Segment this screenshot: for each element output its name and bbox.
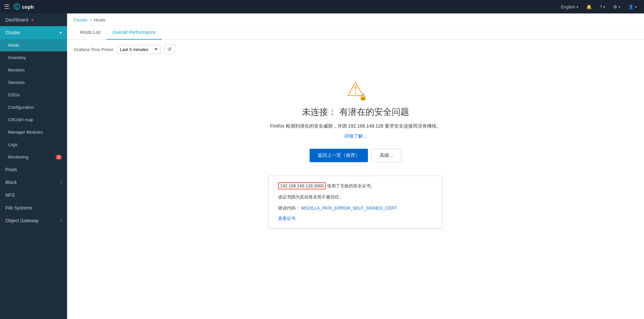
cluster-label: Cluster	[5, 30, 20, 35]
nfs-label: NFS	[5, 192, 15, 198]
nav-left: ☰ Ⓒ ceph	[4, 2, 34, 11]
pools-label: Pools	[5, 167, 17, 172]
block-chevron-icon: ›	[60, 180, 62, 185]
breadcrumb-cluster[interactable]: Cluster	[74, 17, 88, 22]
tab-hosts-list[interactable]: Hosts List	[74, 26, 106, 40]
notifications-button[interactable]: 🔔	[583, 3, 595, 11]
grafana-toolbar: Grafana Time Picker Last 5 minutes Last …	[67, 40, 644, 59]
time-picker-select[interactable]: Last 5 minutes Last 15 minutes Last 30 m…	[117, 45, 161, 54]
cluster-chevron-icon: ▾	[60, 30, 62, 35]
sidebar-item-object-gateway[interactable]: Object Gateway ›	[0, 214, 67, 227]
help-caret: ▾	[603, 5, 605, 9]
hosts-label: Hosts	[8, 43, 19, 48]
sidebar-item-manager-modules[interactable]: Manager Modules	[0, 126, 67, 138]
refresh-button[interactable]: ↺	[164, 44, 175, 54]
settings-button[interactable]: ⚙ ▾	[610, 3, 624, 11]
language-label: English	[561, 4, 575, 9]
sidebar-item-crush-map[interactable]: CRUSH map	[0, 113, 67, 126]
detail-box: 192.168.149.128:3000 使用了无效的安全证书。 该证书因为其自…	[268, 176, 443, 229]
detail-line-3: 错误代码： MOZILLA_PKIX_ERROR_SELF_SIGNED_CER…	[278, 205, 433, 212]
heart-icon: ♥	[31, 17, 34, 22]
error-description: Firefox 检测到潜在的安全威胁，并因 192.168.149.128 要求…	[270, 123, 441, 129]
main-layout: Dashboard ♥ Cluster ▾ Hosts Inventory Mo…	[0, 13, 644, 319]
logs-label: Logs	[8, 142, 17, 147]
ceph-logo-icon: Ⓒ	[13, 2, 20, 11]
detail-line-2: 该证书因为其自签名而不被信任。	[278, 194, 433, 201]
error-code-label: 错误代码：	[278, 206, 300, 211]
error-icon-area: ⚠ 🔒	[346, 79, 365, 99]
view-certificate-link[interactable]: 查看证书	[278, 216, 296, 221]
monitors-label: Monitors	[8, 67, 25, 73]
sidebar-item-file-systems[interactable]: File Systems	[0, 201, 67, 214]
manager-modules-label: Manager Modules	[8, 130, 43, 135]
block-label: Block	[5, 180, 17, 185]
user-button[interactable]: 👤 ▾	[625, 3, 640, 11]
sidebar-item-inventory[interactable]: Inventory	[0, 51, 67, 64]
tab-overall-performance[interactable]: Overall Performance	[106, 26, 161, 40]
sidebar-item-services[interactable]: Services	[0, 76, 67, 89]
services-label: Services	[8, 80, 25, 85]
configuration-label: Configuration	[8, 105, 34, 110]
sidebar-item-configuration[interactable]: Configuration	[0, 101, 67, 113]
detail-line-1: 192.168.149.128:3000 使用了无效的安全证书。	[278, 183, 433, 190]
error-buttons: 返回上一页（推荐） 高级...	[310, 149, 401, 162]
sidebar-item-nfs[interactable]: NFS	[0, 189, 67, 201]
settings-caret: ▾	[619, 5, 620, 9]
sidebar-item-cluster[interactable]: Cluster ▾	[0, 26, 67, 39]
object-gateway-label: Object Gateway	[5, 218, 39, 223]
sidebar-item-dashboard[interactable]: Dashboard ♥	[0, 13, 67, 26]
gear-icon: ⚙	[613, 4, 617, 9]
bell-icon: 🔔	[586, 4, 592, 9]
breadcrumb: Cluster » Hosts	[67, 13, 644, 26]
monitoring-label: Monitoring	[8, 154, 29, 160]
help-button[interactable]: ? ▾	[596, 3, 608, 11]
advanced-button[interactable]: 高级...	[371, 149, 401, 162]
file-systems-label: File Systems	[5, 205, 32, 211]
error-title: 未连接： 有潜在的安全问题	[302, 106, 409, 118]
tabs-bar: Hosts List Overall Performance	[67, 26, 644, 40]
sidebar-item-hosts[interactable]: Hosts	[0, 39, 67, 51]
detail-ip: 192.168.149.128:3000	[278, 182, 326, 189]
breadcrumb-hosts: Hosts	[94, 17, 105, 22]
sidebar-item-logs[interactable]: Logs	[0, 138, 67, 151]
osds-label: OSDs	[8, 92, 20, 97]
grafana-time-picker-label: Grafana Time Picker	[74, 47, 114, 52]
detail-text1: 使用了无效的安全证书。	[327, 183, 375, 188]
object-gateway-chevron-icon: ›	[60, 218, 62, 223]
user-icon: 👤	[628, 4, 634, 9]
lock-icon: 🔒	[359, 93, 367, 101]
crush-map-label: CRUSH map	[8, 117, 33, 122]
nav-right: English ▾ 🔔 ? ▾ ⚙ ▾ 👤 ▾	[557, 3, 640, 11]
inventory-label: Inventory	[8, 55, 26, 60]
sidebar-item-osds[interactable]: OSDs	[0, 89, 67, 101]
user-caret: ▾	[635, 5, 637, 9]
back-recommended-button[interactable]: 返回上一页（推荐）	[310, 149, 368, 162]
content-area: Cluster » Hosts Hosts List Overall Perfo…	[67, 13, 644, 319]
sidebar-item-pools[interactable]: Pools	[0, 163, 67, 176]
breadcrumb-separator: »	[90, 17, 92, 22]
sidebar-item-block[interactable]: Block ›	[0, 176, 67, 189]
learn-more-link[interactable]: 详细了解...	[344, 133, 367, 139]
monitoring-badge: 1	[56, 155, 62, 160]
logo-text: ceph	[22, 4, 34, 10]
help-icon: ?	[600, 4, 602, 9]
error-panel: ⚠ 🔒 未连接： 有潜在的安全问题 Firefox 检测到潜在的安全威胁，并因 …	[67, 59, 644, 319]
error-code-value: MOZILLA_PKIX_ERROR_SELF_SIGNED_CERT	[301, 206, 397, 211]
refresh-icon: ↺	[167, 46, 172, 52]
logo: Ⓒ ceph	[13, 2, 34, 11]
dashboard-label: Dashboard	[5, 17, 29, 22]
sidebar-item-monitors[interactable]: Monitors	[0, 64, 67, 76]
language-button[interactable]: English ▾	[557, 3, 582, 11]
sidebar-item-monitoring[interactable]: Monitoring 1	[0, 151, 67, 163]
language-caret: ▾	[577, 5, 578, 9]
sidebar: Dashboard ♥ Cluster ▾ Hosts Inventory Mo…	[0, 13, 67, 319]
hamburger-icon[interactable]: ☰	[4, 3, 9, 10]
top-navbar: ☰ Ⓒ ceph English ▾ 🔔 ? ▾ ⚙ ▾ 👤 ▾	[0, 0, 644, 13]
